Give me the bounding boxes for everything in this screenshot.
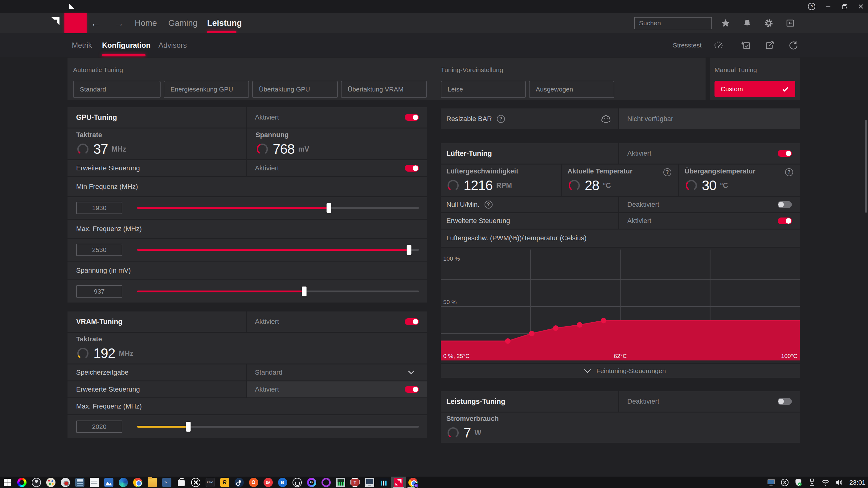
steam-taskbar-button[interactable] [232,477,246,488]
vram-maxfreq-slider[interactable] [137,426,419,428]
vram-tuning-title: VRAM-Tuning [76,318,122,326]
gpu-advanced-toggle[interactable] [405,165,419,172]
amd-logo[interactable] [64,13,87,33]
epic-games-taskbar-button[interactable]: EPIC [203,477,217,488]
back-button[interactable]: ← [89,13,102,33]
close-button[interactable] [854,0,868,13]
security-shield-tray-icon[interactable] [794,478,803,487]
gpu-minfreq-slider[interactable] [137,207,419,209]
search-input[interactable] [635,20,722,27]
monitor-tray-icon[interactable] [767,478,776,487]
obs-taskbar-button[interactable] [29,477,43,488]
gpu-minfreq-value[interactable]: 1930 [76,202,122,214]
gpu-minfreq-slider-handle[interactable] [327,203,331,213]
preset-leise-button[interactable]: Leise [441,81,526,98]
power-tuning-toggle[interactable] [778,398,792,405]
recorder-taskbar-button[interactable] [58,477,72,488]
file-explorer-taskbar-button[interactable] [145,477,159,488]
gpu-voltage-slider[interactable] [137,291,419,292]
fan-advanced-toggle[interactable] [778,218,792,224]
fan-tuning-toggle[interactable] [778,150,792,157]
benchmark-bars-taskbar-button[interactable] [377,477,391,488]
export-profile-icon[interactable] [765,40,775,51]
help-button[interactable]: ? [805,0,819,13]
tab-metrik[interactable]: Metrik [72,33,92,57]
gpu-voltage-slider-value[interactable]: 937 [76,285,122,298]
xbox-taskbar-button[interactable] [188,477,203,488]
chrome-profile-taskbar-button[interactable]: G [406,477,420,488]
feintuning-expander[interactable]: Feintuning-Steuerungen [441,364,800,378]
search-box[interactable] [634,17,712,29]
forward-button[interactable]: → [112,13,126,33]
ea-taskbar-button[interactable]: EA [261,477,275,488]
gpu-maxfreq-slider[interactable] [137,249,419,251]
import-profile-icon[interactable] [741,40,751,51]
ea-icon: EA [264,478,273,487]
preset-ausgewogen-button[interactable]: Ausgewogen [529,81,614,98]
junction-temp-help-icon[interactable]: ? [785,168,793,176]
vram-maxfreq-slider-handle[interactable] [186,422,191,432]
origin-taskbar-button[interactable]: O [246,477,261,488]
gpu-voltage-slider-handle[interactable] [302,287,307,296]
fan-advanced-label: Erweiterte Steuerung [446,217,510,225]
notifications-bell-icon[interactable] [742,18,752,28]
nav-tab-leistung[interactable]: Leistung [207,13,242,33]
minimize-button[interactable] [821,0,835,13]
task-manager-taskbar-button[interactable] [333,477,348,488]
fan-curve-chart[interactable]: 100 %50 %0 %, 25°C62°C100°C [441,248,800,363]
overlay-panel-icon[interactable] [785,18,795,28]
current-temp-help-icon[interactable]: ? [663,168,671,176]
ms-store-taskbar-button[interactable] [174,477,188,488]
rockstar-taskbar-button[interactable]: R [217,477,232,488]
vram-advanced-toggle[interactable] [405,386,419,393]
aura-taskbar-button[interactable] [14,477,29,488]
paint-taskbar-button[interactable] [43,477,58,488]
calculator-taskbar-button[interactable] [72,477,87,488]
photos-taskbar-button[interactable] [101,477,116,488]
scrollbar-thumb[interactable] [865,120,867,213]
powershell-taskbar-button[interactable]: >_ [159,477,174,488]
restore-button[interactable] [838,0,852,13]
gpu-maxfreq-value[interactable]: 2530 [76,244,122,256]
chevron-down-icon [408,370,414,375]
preset-standard-button[interactable]: Standard [73,81,161,98]
zero-rpm-toggle[interactable] [778,201,792,208]
opera-taskbar-button[interactable] [319,477,333,488]
vram-tuning-toggle[interactable] [405,318,419,325]
settings-gear-icon[interactable] [764,18,774,28]
preset-oc-vram-button[interactable]: Übertaktung VRAM [341,81,427,98]
custom-preset-button[interactable]: Custom [714,81,795,97]
amd-adrenalin-taskbar-button[interactable] [391,477,406,488]
chrome-taskbar-button[interactable] [130,477,145,488]
reset-icon[interactable] [788,40,798,51]
xbox-tray-icon[interactable] [780,478,789,487]
tab-advisors[interactable]: Advisors [158,33,187,57]
ubisoft-taskbar-button[interactable] [290,477,304,488]
zero-rpm-help-icon[interactable]: ? [485,201,493,208]
preset-undervolt-button[interactable]: Energiesenkung GPU [164,81,249,98]
nav-tab-home[interactable]: Home [135,13,157,33]
t-app-taskbar-button[interactable]: T [348,477,362,488]
volume-tray-icon[interactable] [834,478,844,487]
tab-konfiguration[interactable]: Konfiguration [102,33,150,57]
resizable-bar-help-icon[interactable]: ? [497,115,505,123]
vram-maxfreq-value[interactable]: 2020 [76,421,122,433]
stresstest-gauge-icon[interactable] [713,40,724,51]
gog-taskbar-button[interactable]: G [304,477,319,488]
edge-taskbar-button[interactable] [116,477,130,488]
junction-temp-value: 30 [702,178,716,193]
hwinfo-taskbar-button[interactable] [362,477,377,488]
favorites-star-icon[interactable] [721,18,731,28]
notepad-taskbar-button[interactable] [87,477,101,488]
windows-start-taskbar-button[interactable] [0,477,14,488]
usb-tray-icon[interactable] [807,478,816,487]
gpu-tuning-toggle[interactable] [405,114,419,121]
current-temp-gauge-icon [567,179,581,192]
battle-net-taskbar-button[interactable]: B [275,477,290,488]
vram-timing-dropdown[interactable]: Standard [247,364,427,381]
gpu-maxfreq-slider-handle[interactable] [407,245,411,255]
tray-clock[interactable]: 23:01 [849,479,866,486]
preset-oc-gpu-button[interactable]: Übertaktung GPU [252,81,338,98]
wifi-tray-icon[interactable] [821,478,830,487]
nav-tab-gaming[interactable]: Gaming [168,13,197,33]
